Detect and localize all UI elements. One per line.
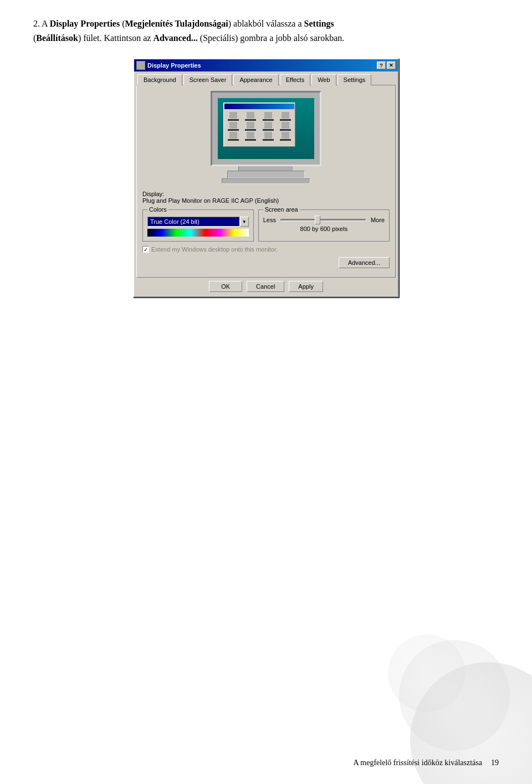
mini-icon-3 xyxy=(260,112,277,121)
slider-row: Less More xyxy=(263,217,385,223)
settings-panel: Display: Plug and Play Monitor on RAGE I… xyxy=(136,85,396,278)
mini-icon-5 xyxy=(225,122,242,131)
footer-text: A megfelelő frissítési időköz kiválasztá… xyxy=(354,759,483,767)
settings-options-row: Colors True Color (24 bit) ▼ Screen area… xyxy=(142,209,390,242)
screen-area-slider[interactable] xyxy=(280,219,366,221)
colors-dropdown[interactable]: True Color (24 bit) xyxy=(147,217,240,227)
screen-area-content: Less More 800 by 600 pixels xyxy=(263,217,385,232)
bg-circle-3 xyxy=(388,634,466,712)
display-info: Display: Plug and Play Monitor on RAGE I… xyxy=(142,191,390,204)
intro-number: 2. A xyxy=(33,19,50,28)
ok-button[interactable]: OK xyxy=(209,281,242,292)
tab-screen-saver[interactable]: Screen Saver xyxy=(183,74,233,85)
intro-bold-beallitas: Beállítások xyxy=(36,33,78,43)
intro-paren-close: ) ablakból válassza a xyxy=(228,19,304,28)
tab-web[interactable]: Web xyxy=(311,74,336,85)
intro-bold-settings: Settings xyxy=(304,19,334,28)
tab-effects[interactable]: Effects xyxy=(280,74,310,85)
cancel-button[interactable]: Cancel xyxy=(247,281,284,292)
intro-bold-display: Display Properties xyxy=(50,19,120,28)
colors-groupbox: Colors True Color (24 bit) ▼ xyxy=(142,209,254,242)
mini-desktop-icons xyxy=(224,110,295,143)
titlebar-title-group: Display Properties xyxy=(136,61,201,70)
display-label: Display: xyxy=(142,191,164,197)
page-footer: A megfelelő frissítési időköz kiválasztá… xyxy=(354,759,499,767)
dropdown-arrow-icon[interactable]: ▼ xyxy=(240,217,249,227)
extend-checkbox-label: Extend my Windows desktop onto this moni… xyxy=(151,246,278,253)
desktop-preview xyxy=(218,98,314,159)
mini-icon-8 xyxy=(278,122,294,131)
mini-icon-10 xyxy=(243,132,259,141)
monitor-screen-inner xyxy=(218,98,314,159)
mini-icon-11 xyxy=(260,132,277,141)
advanced-button-row: Advanced... xyxy=(142,257,390,268)
monitor-base xyxy=(227,171,305,178)
screen-area-groupbox: Screen area Less More 800 by 600 pixels xyxy=(258,209,390,242)
slider-more-label: More xyxy=(371,217,385,223)
extend-checkbox[interactable]: ✓ xyxy=(142,246,149,253)
intro-bold-hungarian: Megjelenítés Tulajdonságai xyxy=(125,19,228,28)
screen-area-legend: Screen area xyxy=(263,206,300,213)
mini-titlebar xyxy=(224,104,294,109)
extend-checkbox-row: ✓ Extend my Windows desktop onto this mo… xyxy=(142,246,390,253)
monitor-neck xyxy=(238,166,294,171)
advanced-button[interactable]: Advanced... xyxy=(339,257,390,268)
intro-paragraph: 2. A Display Properties (Megjelenítés Tu… xyxy=(33,17,499,45)
mini-icon-2 xyxy=(243,112,259,121)
mini-window xyxy=(223,103,295,147)
titlebar: Display Properties ? ✕ xyxy=(134,59,398,71)
close-button[interactable]: ✕ xyxy=(387,62,396,69)
slider-less-label: Less xyxy=(263,217,276,223)
dialog-container: Display Properties ? ✕ Background Screen… xyxy=(33,58,499,298)
bg-circle-2 xyxy=(399,640,510,751)
display-properties-dialog: Display Properties ? ✕ Background Screen… xyxy=(133,58,399,298)
monitor-preview-area xyxy=(142,91,390,184)
dialog-icon xyxy=(136,61,145,70)
mini-icon-7 xyxy=(260,122,277,131)
color-gradient-bar xyxy=(147,229,249,237)
tab-background[interactable]: Background xyxy=(137,74,182,85)
color-dropdown-row: True Color (24 bit) ▼ xyxy=(147,217,249,227)
titlebar-buttons: ? ✕ xyxy=(377,62,396,69)
monitor-screen-outer xyxy=(211,91,321,166)
titlebar-title-text: Display Properties xyxy=(147,62,201,69)
display-value: Plug and Play Monitor on RAGE IIC AGP (E… xyxy=(142,197,279,204)
monitor-illustration xyxy=(211,91,321,184)
intro-beallitas-close: ) fület. Kattintson az xyxy=(78,33,154,43)
tab-appearance[interactable]: Appearance xyxy=(233,74,278,85)
mini-icon-9 xyxy=(225,132,242,141)
apply-button[interactable]: Apply xyxy=(289,281,323,292)
mini-icon-6 xyxy=(243,122,259,131)
mini-icon-12 xyxy=(278,132,294,141)
mini-icon-1 xyxy=(225,112,242,121)
tab-bar: Background Screen Saver Appearance Effec… xyxy=(134,71,398,85)
monitor-foot xyxy=(222,178,310,184)
help-button[interactable]: ? xyxy=(377,62,386,69)
intro-bold-advanced: Advanced... xyxy=(153,33,197,43)
intro-specialis: (Speciális) gombra a jobb alsó sarokban. xyxy=(198,33,344,43)
resolution-text: 800 by 600 pixels xyxy=(263,226,385,232)
tab-settings[interactable]: Settings xyxy=(337,74,372,85)
colors-legend: Colors xyxy=(147,206,168,213)
footer-page-number: 19 xyxy=(491,759,499,767)
slider-thumb xyxy=(315,216,320,224)
mini-icon-4 xyxy=(278,112,294,121)
dialog-buttons: OK Cancel Apply xyxy=(134,278,398,296)
